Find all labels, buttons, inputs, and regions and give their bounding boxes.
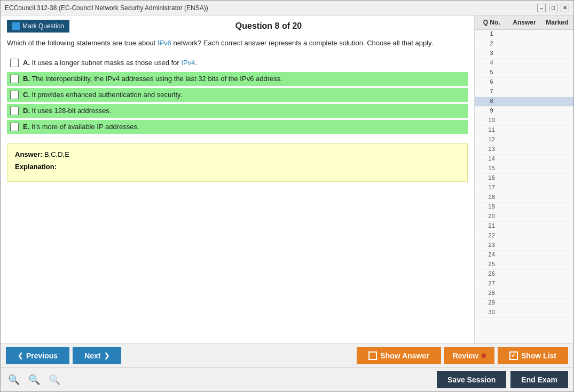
sidebar-cell-marked <box>541 78 573 87</box>
sidebar-cell-answer <box>508 174 540 183</box>
mark-checkbox-icon <box>12 22 20 30</box>
sidebar-row[interactable]: 2 <box>475 39 573 49</box>
sidebar-cell-answer <box>508 203 540 212</box>
zoom-reset-button[interactable]: 🔍 <box>26 373 42 387</box>
sidebar-cell-answer <box>508 87 540 97</box>
option-text-a: A. It uses a longer subnet masks as thos… <box>23 59 197 67</box>
sidebar-row[interactable]: 28 <box>475 289 573 299</box>
sidebar-cell-answer <box>508 251 540 260</box>
option-row-d[interactable]: D. It uses 128-bit addresses. <box>7 104 468 118</box>
sidebar-row[interactable]: 24 <box>475 251 573 260</box>
sidebar-row[interactable]: 10 <box>475 116 573 126</box>
previous-button[interactable]: ❮ Previous <box>6 347 69 364</box>
sidebar-row[interactable]: 16 <box>475 174 573 183</box>
sidebar-row[interactable]: 21 <box>475 222 573 231</box>
sidebar-row[interactable]: 30 <box>475 308 573 318</box>
answer-box: Answer: B,C,D,E Explanation: <box>7 143 468 182</box>
option-checkbox-a[interactable] <box>10 59 19 67</box>
sidebar-row[interactable]: 26 <box>475 270 573 279</box>
sidebar-cell-answer <box>508 116 540 125</box>
sidebar-row[interactable]: 14 <box>475 155 573 164</box>
sidebar-row[interactable]: 18 <box>475 193 573 203</box>
sidebar-cell-qno: 20 <box>475 212 508 221</box>
sidebar-cell-qno: 11 <box>475 126 508 135</box>
sidebar-row[interactable]: 5 <box>475 68 573 78</box>
sidebar-cell-answer <box>508 39 540 49</box>
option-row-a[interactable]: A. It uses a longer subnet masks as thos… <box>7 56 468 70</box>
sidebar-row[interactable]: 12 <box>475 135 573 145</box>
mark-question-button[interactable]: Mark Question <box>7 20 69 33</box>
bottom-nav: ❮ Previous Next ❯ Show Answer Review Sho… <box>1 343 573 367</box>
option-checkbox-c[interactable] <box>10 91 19 99</box>
sidebar-row[interactable]: 15 <box>475 164 573 174</box>
sidebar-cell-marked <box>541 68 573 77</box>
question-highlight-ipv6: IPv6 <box>158 39 171 47</box>
sidebar-row[interactable]: 29 <box>475 299 573 308</box>
sidebar-row[interactable]: 3 <box>475 49 573 59</box>
sidebar-row[interactable]: 4 <box>475 59 573 68</box>
sidebar-cell-marked <box>541 30 573 39</box>
option-row-e[interactable]: E. It's more of available IP addresses. <box>7 120 468 134</box>
option-checkbox-b[interactable] <box>10 75 19 83</box>
sidebar-row[interactable]: 23 <box>475 241 573 251</box>
sidebar-cell-qno: 26 <box>475 270 508 279</box>
option-text-b: B. The interoperability, the IPv4 addres… <box>23 75 282 83</box>
sidebar-cell-marked <box>541 145 573 154</box>
option-checkbox-e[interactable] <box>10 123 19 131</box>
sidebar-cell-marked <box>541 97 573 106</box>
zoom-in-button[interactable]: 🔍 <box>46 373 62 387</box>
sidebar-cell-answer <box>508 78 540 87</box>
show-answer-button[interactable]: Show Answer <box>357 347 441 364</box>
sidebar-row[interactable]: 6 <box>475 78 573 87</box>
sidebar-cell-qno: 22 <box>475 231 508 241</box>
explanation-label: Explanation: <box>15 163 57 171</box>
sidebar-cell-qno: 27 <box>475 279 508 289</box>
sidebar-cell-qno: 6 <box>475 78 508 87</box>
next-button[interactable]: Next ❯ <box>73 347 121 364</box>
sidebar-cell-marked <box>541 164 573 173</box>
review-button[interactable]: Review <box>444 347 494 364</box>
show-answer-label: Show Answer <box>380 351 429 360</box>
sidebar-row[interactable]: 19 <box>475 203 573 212</box>
sidebar-cell-qno: 4 <box>475 59 508 68</box>
sidebar-row[interactable]: 1 <box>475 30 573 39</box>
sidebar-row[interactable]: 11 <box>475 126 573 135</box>
sidebar-cell-marked <box>541 107 573 116</box>
sidebar-cell-answer <box>508 59 540 68</box>
sidebar-cell-qno: 16 <box>475 174 508 183</box>
sidebar-row[interactable]: 20 <box>475 212 573 222</box>
sidebar-cell-qno: 1 <box>475 30 508 39</box>
explanation-line: Explanation: <box>15 163 460 171</box>
zoom-out-button[interactable]: 🔍 <box>6 373 22 387</box>
sidebar-col-answer: Answer <box>508 18 540 27</box>
save-session-button[interactable]: Save Session <box>437 371 506 388</box>
show-list-button[interactable]: Show List <box>498 347 568 364</box>
sidebar-row[interactable]: 9 <box>475 107 573 116</box>
option-row-b[interactable]: B. The interoperability, the IPv4 addres… <box>7 72 468 86</box>
sidebar-cell-marked <box>541 135 573 145</box>
sidebar-cell-answer <box>508 164 540 173</box>
sidebar-cell-marked <box>541 126 573 135</box>
option-row-c[interactable]: C. It provides enhanced authentication a… <box>7 88 468 102</box>
sidebar-row[interactable]: 27 <box>475 279 573 289</box>
sidebar-row[interactable]: 25 <box>475 260 573 270</box>
content-area: Mark Question Question 8 of 20 Which of … <box>1 15 573 343</box>
sidebar-row[interactable]: 17 <box>475 183 573 193</box>
end-exam-button[interactable]: End Exam <box>510 371 568 388</box>
sidebar-row[interactable]: 22 <box>475 231 573 241</box>
sidebar-cell-marked <box>541 116 573 125</box>
minimize-button[interactable]: – <box>537 4 546 12</box>
sidebar-cell-answer <box>508 299 540 308</box>
close-button[interactable]: ✕ <box>561 4 569 12</box>
sidebar-cell-qno: 8 <box>475 97 508 106</box>
sidebar-cell-answer <box>508 308 540 317</box>
maximize-button[interactable]: □ <box>549 4 557 12</box>
sidebar-cell-qno: 24 <box>475 251 508 260</box>
sidebar-scroll[interactable]: 1234567891011121314151617181920212223242… <box>475 30 573 343</box>
sidebar-row[interactable]: 8 <box>475 97 573 107</box>
sidebar-cell-answer <box>508 155 540 164</box>
option-checkbox-d[interactable] <box>10 107 19 115</box>
sidebar-row[interactable]: 7 <box>475 87 573 97</box>
sidebar-row[interactable]: 13 <box>475 145 573 155</box>
sidebar-cell-qno: 12 <box>475 135 508 145</box>
